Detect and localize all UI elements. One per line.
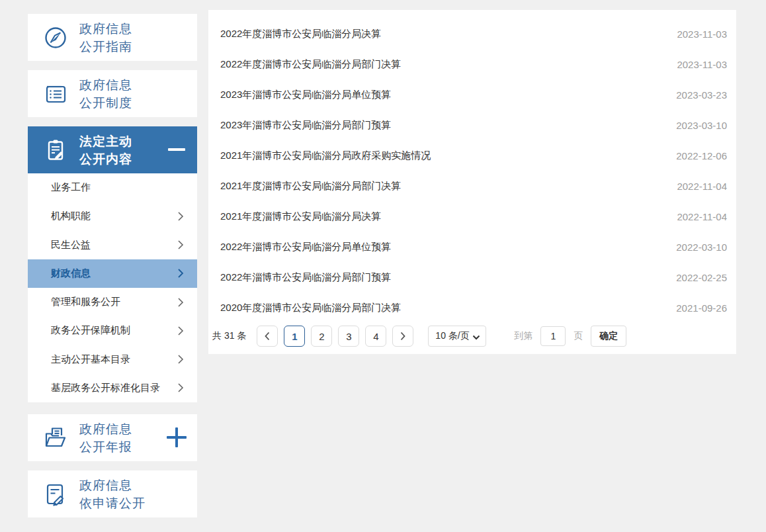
pagination: 共 31 条 1 2 3 4 10 条/页 到第 页 确定	[212, 325, 727, 347]
sidebar: 政府信息 公开指南 政府信息 公开制度	[28, 14, 197, 527]
sidebar-item-label: 政府信息 依申请公开	[79, 476, 146, 512]
page-button-1[interactable]: 1	[284, 326, 305, 347]
clipboard-pencil-icon	[41, 136, 70, 165]
page: 政府信息 公开指南 政府信息 公开制度	[0, 0, 766, 532]
submenu-label: 机构职能	[51, 210, 91, 222]
page-button-3[interactable]: 3	[338, 326, 359, 347]
list-item-date: 2023-03-10	[676, 120, 727, 131]
list-item-date: 2022-12-06	[676, 150, 727, 161]
submenu-label: 基层政务公开标准化目录	[51, 382, 160, 394]
list-item[interactable]: 2021年度淄博市公安局临淄分局部门决算 2022-11-04	[208, 171, 736, 201]
list-item-title[interactable]: 2022年度淄博市公安局临淄分局部门决算	[220, 58, 401, 71]
submenu-item-basic-catalog[interactable]: 主动公开基本目录	[28, 345, 197, 374]
chevron-down-icon	[472, 335, 480, 340]
chevron-right-icon	[177, 326, 184, 336]
list-item[interactable]: 2023年淄博市公安局临淄分局部门预算 2023-03-10	[208, 110, 736, 140]
list-item[interactable]: 2021年淄博市公安局临淄分局政府采购实施情况 2022-12-06	[208, 140, 736, 171]
submenu-label: 业务工作	[51, 181, 91, 194]
ledger-icon	[41, 79, 70, 109]
sidebar-item-annual-report[interactable]: 政府信息 公开年报	[28, 414, 197, 461]
goto-prefix-label: 到第	[514, 330, 532, 342]
chevron-right-icon	[177, 382, 184, 393]
list-item-title[interactable]: 2020年度淄博市公安局临淄分局部门决算	[220, 302, 401, 314]
label-line1: 法定主动	[79, 134, 132, 148]
submenu-label: 管理和服务公开	[51, 296, 120, 308]
folder-document-icon	[41, 423, 70, 453]
label-line1: 政府信息	[79, 478, 132, 492]
submenu-item-management-service[interactable]: 管理和服务公开	[28, 288, 197, 316]
chevron-right-icon	[177, 240, 184, 250]
sidebar-item-statutory[interactable]: 法定主动 公开内容	[28, 126, 197, 173]
sidebar-item-request-disclosure[interactable]: 政府信息 依申请公开	[28, 470, 197, 517]
list-item-title[interactable]: 2023年淄博市公安局临淄分局部门预算	[220, 119, 391, 132]
list-item-date: 2023-11-03	[677, 28, 727, 40]
label-line2: 公开年报	[79, 440, 132, 454]
list-item-title[interactable]: 2023年淄博市公安局临淄分局单位预算	[220, 89, 391, 101]
submenu-item-public-welfare[interactable]: 民生公益	[28, 231, 197, 259]
submenu-label: 民生公益	[51, 239, 91, 251]
sidebar-item-label: 政府信息 公开年报	[79, 420, 132, 456]
prev-page-button[interactable]	[257, 326, 278, 347]
list-item[interactable]: 2020年度淄博市公安局临淄分局部门决算 2021-09-26	[208, 292, 736, 323]
goto-page-input[interactable]	[540, 326, 566, 346]
chevron-right-icon	[177, 354, 184, 365]
chevron-right-icon	[177, 268, 184, 279]
list-item[interactable]: 2022年淄博市公安局临淄分局单位预算 2022-03-10	[208, 232, 736, 262]
page-button-4[interactable]: 4	[365, 326, 386, 347]
next-page-button[interactable]	[392, 326, 413, 347]
submenu-item-business[interactable]: 业务工作	[28, 173, 197, 202]
list-item-date: 2021-09-26	[676, 302, 727, 314]
label-line2: 依申请公开	[79, 496, 146, 510]
list-item-date: 2022-03-10	[676, 242, 727, 253]
goto-page-group: 到第 页 确定	[514, 326, 626, 347]
submenu-item-standardized-catalog[interactable]: 基层政务公开标准化目录	[28, 374, 197, 402]
sidebar-item-guide[interactable]: 政府信息 公开指南	[28, 14, 197, 61]
list-item-date: 2022-02-25	[676, 272, 727, 283]
chevron-right-icon	[177, 297, 184, 308]
submenu-label: 主动公开基本目录	[51, 353, 130, 366]
expand-icon[interactable]	[167, 427, 187, 447]
submenu: 业务工作 机构职能 民生公益 财政信息 管理和服务	[28, 173, 197, 402]
document-list-panel: 2022年度淄博市公安局临淄分局决算 2023-11-03 2022年度淄博市公…	[208, 10, 736, 354]
list-item-title[interactable]: 2021年度淄博市公安局临淄分局部门决算	[220, 180, 401, 193]
page-size-select[interactable]: 10 条/页	[428, 326, 486, 347]
total-count-label: 共 31 条	[212, 330, 246, 342]
compass-icon	[41, 23, 70, 52]
collapse-icon[interactable]	[168, 148, 185, 151]
label-line2: 公开内容	[79, 152, 132, 166]
goto-suffix-label: 页	[574, 330, 583, 342]
document-pencil-icon	[41, 480, 70, 509]
list-item-title[interactable]: 2022年淄博市公安局临淄分局单位预算	[220, 241, 391, 253]
label-line2: 公开指南	[79, 40, 132, 54]
label-line1: 政府信息	[79, 78, 132, 92]
list-item-title[interactable]: 2022年淄博市公安局临淄分局部门预算	[220, 271, 391, 284]
label-line2: 公开制度	[79, 96, 132, 110]
page-size-value: 10 条/页	[435, 330, 469, 342]
confirm-button[interactable]: 确定	[591, 326, 626, 347]
list-item-date: 2022-11-04	[677, 181, 727, 192]
submenu-label: 政务公开保障机制	[51, 324, 130, 337]
submenu-item-functions[interactable]: 机构职能	[28, 202, 197, 230]
label-line1: 政府信息	[79, 22, 132, 36]
submenu-label: 财政信息	[51, 267, 91, 280]
sidebar-item-label: 法定主动 公开内容	[79, 132, 132, 168]
list-item-title[interactable]: 2021年度淄博市公安局临淄分局决算	[220, 210, 381, 223]
list-item-date: 2023-03-23	[676, 89, 727, 101]
list-item-title[interactable]: 2021年淄博市公安局临淄分局政府采购实施情况	[220, 150, 431, 162]
chevron-right-icon	[177, 211, 184, 222]
page-button-2[interactable]: 2	[311, 326, 332, 347]
list-item-title[interactable]: 2022年度淄博市公安局临淄分局决算	[220, 28, 381, 40]
sidebar-item-label: 政府信息 公开指南	[79, 20, 132, 56]
list-item[interactable]: 2022年淄博市公安局临淄分局部门预算 2022-02-25	[208, 262, 736, 292]
list-item[interactable]: 2021年度淄博市公安局临淄分局决算 2022-11-04	[208, 201, 736, 232]
sidebar-item-system[interactable]: 政府信息 公开制度	[28, 70, 197, 117]
list-item[interactable]: 2022年度淄博市公安局临淄分局决算 2023-11-03	[208, 19, 736, 49]
list-item-date: 2022-11-04	[677, 211, 727, 222]
label-line1: 政府信息	[79, 422, 132, 436]
list-item[interactable]: 2022年度淄博市公安局临淄分局部门决算 2023-11-03	[208, 49, 736, 79]
list-item[interactable]: 2023年淄博市公安局临淄分局单位预算 2023-03-23	[208, 79, 736, 110]
sidebar-item-label: 政府信息 公开制度	[79, 76, 132, 112]
list-item-date: 2023-11-03	[677, 59, 727, 70]
submenu-item-finance[interactable]: 财政信息	[28, 259, 197, 288]
submenu-item-guarantee-mechanism[interactable]: 政务公开保障机制	[28, 316, 197, 345]
